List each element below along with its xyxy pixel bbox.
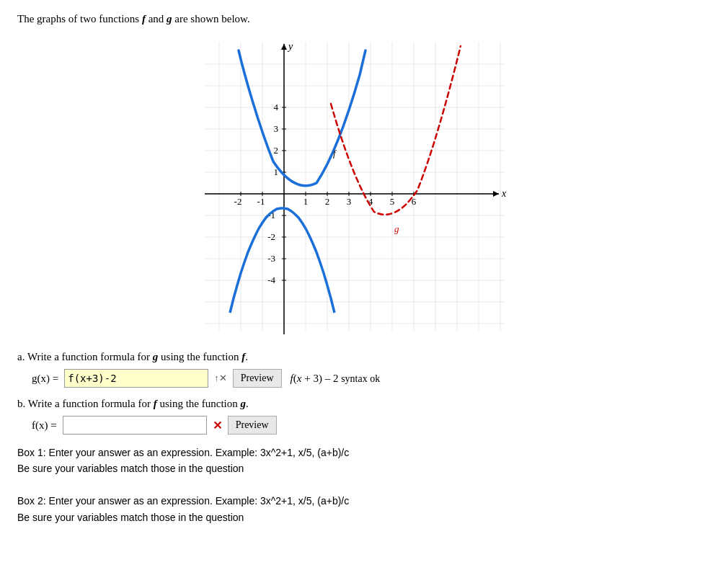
section-a-cursor: ↑✕ bbox=[214, 373, 227, 384]
svg-text:-2: -2 bbox=[267, 231, 275, 242]
intro-text-after: are shown below. bbox=[172, 13, 250, 24]
svg-text:5: 5 bbox=[390, 196, 395, 207]
intro-text-before: The graphs of two functions bbox=[17, 13, 142, 24]
section-b-preview-button[interactable]: Preview bbox=[228, 416, 277, 435]
section-a-period: . bbox=[245, 351, 248, 362]
section-a-label: a. Write a function formula for g using … bbox=[17, 351, 688, 363]
svg-text:-2: -2 bbox=[234, 196, 242, 207]
svg-text:3: 3 bbox=[274, 123, 279, 134]
info-box: Box 1: Enter your answer as an expressio… bbox=[17, 445, 688, 525]
section-a-preview-result: f(x + 3) – 2 syntax ok bbox=[291, 373, 381, 385]
y-axis-label: y bbox=[287, 41, 293, 52]
coordinate-graph: -2 -1 1 2 3 4 5 6 4 3 2 1 -1 bbox=[198, 35, 507, 338]
section-b-g: g bbox=[240, 398, 246, 409]
section-a-func-label: g(x) = bbox=[32, 373, 58, 385]
section-a-text: a. Write a function formula for bbox=[17, 351, 153, 362]
svg-text:-4: -4 bbox=[267, 275, 275, 285]
info-line-2: Be sure your variables match those in th… bbox=[17, 460, 688, 476]
x-axis-arrow bbox=[493, 191, 499, 197]
x-axis-label: x bbox=[501, 188, 507, 199]
section-b-x-mark: ✕ bbox=[213, 419, 222, 432]
section-a: a. Write a function formula for g using … bbox=[17, 351, 688, 388]
section-b-func-label: f(x) = bbox=[32, 419, 57, 432]
svg-text:2: 2 bbox=[325, 196, 330, 207]
section-a-text2: using the function bbox=[158, 351, 241, 362]
svg-text:-1: -1 bbox=[257, 196, 265, 207]
graph-container: -2 -1 1 2 3 4 5 6 4 3 2 1 -1 bbox=[17, 35, 688, 338]
section-b-label: b. Write a function formula for f using … bbox=[17, 398, 688, 410]
section-a-input[interactable] bbox=[64, 369, 208, 388]
section-b-text: b. Write a function formula for bbox=[17, 398, 154, 409]
syntax-ok-label: syntax ok bbox=[341, 373, 380, 384]
section-b-input-row: f(x) = ✕ Preview bbox=[32, 416, 688, 435]
intro-and-label: and bbox=[148, 13, 164, 24]
intro-f-label: f bbox=[142, 13, 146, 24]
section-b: b. Write a function formula for f using … bbox=[17, 398, 688, 435]
section-a-input-row: g(x) = ↑✕ Preview f(x + 3) – 2 syntax ok bbox=[32, 369, 688, 388]
svg-text:3: 3 bbox=[347, 196, 352, 207]
svg-text:4: 4 bbox=[274, 102, 279, 112]
section-a-preview-button[interactable]: Preview bbox=[233, 369, 282, 388]
section-b-input[interactable] bbox=[63, 416, 207, 435]
svg-text:-3: -3 bbox=[267, 253, 275, 264]
info-line-1: Box 1: Enter your answer as an expressio… bbox=[17, 445, 688, 460]
info-line-4: Be sure your variables match those in th… bbox=[17, 509, 688, 525]
intro-g-label: g bbox=[167, 13, 172, 24]
section-b-text2: using the function bbox=[157, 398, 241, 409]
svg-text:2: 2 bbox=[274, 145, 279, 156]
info-line-3: Box 2: Enter your answer as an expressio… bbox=[17, 493, 688, 509]
intro-paragraph: The graphs of two functions f and g are … bbox=[17, 13, 688, 25]
svg-text:1: 1 bbox=[303, 196, 309, 207]
section-b-period: . bbox=[246, 398, 249, 409]
g-label-on-graph: g bbox=[394, 223, 399, 234]
